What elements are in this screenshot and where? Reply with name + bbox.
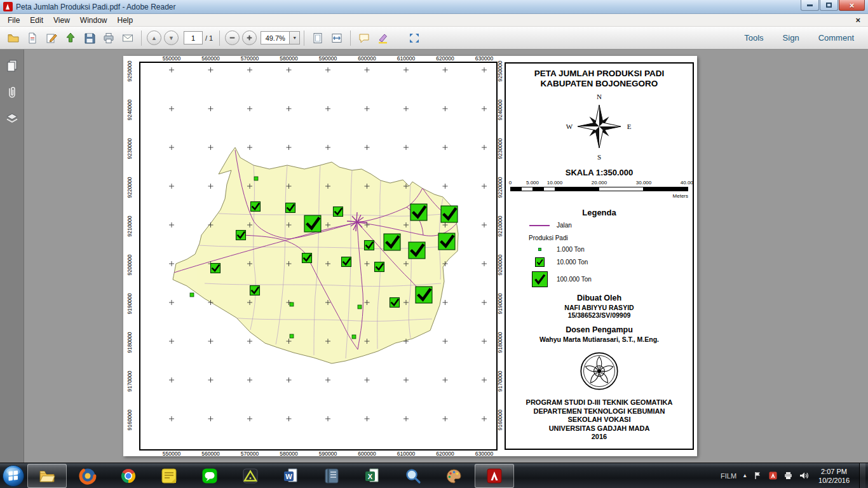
zoom-out-button[interactable] — [225, 30, 240, 45]
line-app-icon — [201, 467, 219, 485]
y-tick-label: 9230000 — [126, 138, 133, 159]
legend-item-10000: 10.000 Ton — [506, 257, 693, 267]
zoom-dropdown-button[interactable]: ▼ — [289, 32, 299, 44]
x-tick-label: 610000 — [397, 451, 416, 456]
taskbar-firefox[interactable] — [68, 464, 107, 488]
x-tick-label: 620000 — [436, 451, 454, 456]
save-button[interactable] — [81, 30, 98, 46]
close-icon: × — [850, 1, 855, 10]
pencil-icon — [45, 32, 58, 44]
minimize-button[interactable] — [801, 0, 819, 11]
menu-view[interactable]: View — [48, 15, 75, 26]
taskbar-notes-app[interactable] — [149, 464, 189, 488]
taskbar-security-app[interactable] — [231, 464, 270, 488]
zoom-in-button[interactable] — [242, 30, 257, 45]
y-tick-label: 9170000 — [497, 370, 503, 391]
adobe-tray-icon[interactable] — [768, 471, 778, 480]
taskbar-journal-app[interactable] — [312, 464, 351, 488]
compass-w: W — [566, 123, 573, 130]
taskbar-explorer[interactable] — [27, 464, 67, 488]
compass-e: E — [627, 123, 632, 130]
close-button[interactable]: × — [839, 0, 865, 11]
share-button[interactable] — [62, 30, 79, 46]
plus-icon — [246, 34, 253, 41]
toolbar-separator — [141, 30, 142, 46]
x-tick-label: 590000 — [319, 451, 337, 456]
y-tick-label: 9170000 — [126, 370, 133, 391]
taskbar-chrome[interactable] — [109, 464, 148, 488]
taskbar-paint-app[interactable] — [434, 464, 473, 488]
taskbar-adobe-reader[interactable] — [475, 464, 514, 488]
toolbar-separator — [304, 30, 304, 46]
edit-button[interactable] — [43, 30, 60, 46]
menu-file[interactable]: File — [3, 15, 25, 26]
volume-icon[interactable] — [799, 471, 809, 480]
menubar-close-icon[interactable]: × — [855, 16, 860, 24]
next-page-button[interactable]: ▼ — [164, 30, 179, 45]
taskbar-clock[interactable]: 2:07 PM 10/2/2016 — [815, 467, 853, 485]
titlebar[interactable]: Peta Jumlah Produksi Padi.pdf - Adobe Re… — [0, 0, 868, 14]
expand-arrows-icon — [408, 32, 421, 44]
fit-width-button[interactable] — [328, 30, 346, 46]
dibuat-oleh-title: Dibuat Oleh — [506, 294, 693, 302]
open-button[interactable] — [4, 30, 22, 46]
road-line-sample — [529, 225, 550, 226]
y-tick-label: 9160000 — [126, 409, 133, 430]
taskbar-word[interactable]: W — [271, 464, 311, 488]
highlight-button[interactable] — [374, 30, 392, 46]
y-tick-label: 9190000 — [126, 293, 133, 314]
taskbar-search-app[interactable] — [393, 464, 433, 488]
scale-label: 20.000 — [592, 180, 607, 186]
show-hidden-icons-button[interactable]: ▲ — [742, 473, 747, 478]
map-canvas[interactable]: 5500005500005600005600005700005700005800… — [123, 56, 505, 456]
x-tick-label: 580000 — [280, 56, 298, 62]
y-tick-label: 9250000 — [126, 60, 133, 81]
printer-tray-icon[interactable] — [783, 471, 793, 480]
previous-page-button[interactable]: ▲ — [147, 30, 161, 45]
toolbar-separator — [350, 30, 351, 46]
sticky-note-button[interactable] — [355, 30, 373, 46]
menu-edit[interactable]: Edit — [25, 15, 48, 26]
create-pdf-button[interactable] — [24, 30, 41, 46]
layers-icon — [5, 112, 19, 126]
menu-window[interactable]: Window — [75, 15, 112, 26]
upload-arrow-icon — [64, 32, 77, 44]
start-button[interactable] — [0, 463, 27, 488]
taskbar-line[interactable] — [190, 464, 229, 488]
print-button[interactable] — [100, 30, 118, 46]
attachments-button[interactable] — [4, 84, 20, 100]
compass-s: S — [597, 153, 601, 161]
page-number-input[interactable] — [184, 31, 203, 44]
menu-help[interactable]: Help — [112, 15, 139, 26]
page-thumbnails-button[interactable] — [4, 57, 20, 74]
minus-icon — [229, 34, 236, 41]
tools-button[interactable]: Tools — [744, 33, 763, 43]
system-tray: FILM ▲ 2:07 PM 10/2/2016 — [721, 463, 868, 488]
legend-item-label: 10.000 Ton — [557, 259, 588, 266]
fullscreen-button[interactable] — [405, 30, 423, 46]
document-icon — [26, 32, 39, 44]
comment-button[interactable]: Comment — [818, 33, 854, 43]
marker-10000-icon — [535, 257, 545, 267]
y-tick-label: 9200000 — [497, 254, 503, 275]
fit-page-button[interactable] — [309, 30, 327, 46]
scale-label: 5.000 — [526, 180, 539, 186]
scale-title: SKALA 1:350.000 — [506, 168, 693, 177]
y-tick-label: 9210000 — [126, 215, 133, 236]
chevron-down-icon: ▼ — [292, 36, 297, 40]
maximize-button[interactable] — [820, 0, 838, 11]
zoom-level-control[interactable]: 49.7% ▼ — [261, 31, 300, 44]
show-desktop-button[interactable] — [859, 463, 865, 488]
toolbar: ▲ ▼ / 1 49.7% ▼ — [0, 27, 868, 50]
credit-line: 2016 — [506, 433, 693, 442]
svg-text:X: X — [368, 472, 373, 480]
action-center-flag-icon[interactable] — [753, 471, 763, 480]
layers-button[interactable] — [4, 111, 20, 127]
sign-button[interactable]: Sign — [783, 33, 799, 43]
pdf-page[interactable]: 5500005500005600005600005700005700005800… — [123, 56, 697, 456]
email-button[interactable] — [119, 30, 137, 46]
scale-label: 30.000 — [636, 180, 651, 186]
journal-app-icon — [323, 467, 341, 485]
taskbar-excel[interactable]: X — [353, 464, 392, 488]
x-tick-label: 580000 — [280, 451, 298, 456]
